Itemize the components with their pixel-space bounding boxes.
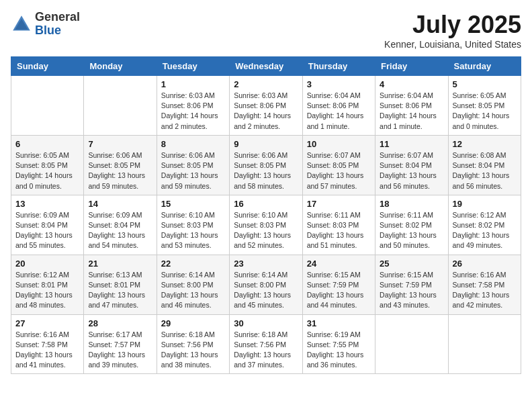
table-row: 24Sunrise: 6:15 AM Sunset: 7:59 PM Dayli… [302, 255, 375, 314]
table-row: 17Sunrise: 6:11 AM Sunset: 8:03 PM Dayli… [302, 195, 375, 255]
day-number: 25 [380, 259, 443, 269]
table-row: 10Sunrise: 6:07 AM Sunset: 8:05 PM Dayli… [302, 135, 375, 195]
logo-icon [11, 13, 32, 35]
table-row: 22Sunrise: 6:14 AM Sunset: 8:00 PM Dayli… [157, 255, 229, 314]
header-wednesday: Wednesday [230, 57, 302, 76]
day-info: Sunrise: 6:07 AM Sunset: 8:04 PM Dayligh… [380, 150, 443, 191]
day-number: 24 [307, 259, 371, 269]
table-row: 1Sunrise: 6:03 AM Sunset: 8:06 PM Daylig… [157, 76, 229, 136]
table-row: 21Sunrise: 6:13 AM Sunset: 8:01 PM Dayli… [84, 255, 157, 314]
day-number: 6 [15, 139, 79, 149]
logo-general: General [35, 10, 80, 24]
table-row: 26Sunrise: 6:16 AM Sunset: 7:58 PM Dayli… [448, 255, 521, 314]
day-info: Sunrise: 6:10 AM Sunset: 8:03 PM Dayligh… [161, 210, 225, 251]
table-row: 30Sunrise: 6:18 AM Sunset: 7:56 PM Dayli… [230, 314, 302, 374]
day-info: Sunrise: 6:05 AM Sunset: 8:05 PM Dayligh… [453, 91, 517, 132]
table-row: 4Sunrise: 6:04 AM Sunset: 8:06 PM Daylig… [375, 76, 448, 136]
day-info: Sunrise: 6:04 AM Sunset: 8:06 PM Dayligh… [380, 91, 443, 132]
table-row [448, 314, 521, 374]
day-info: Sunrise: 6:12 AM Sunset: 8:01 PM Dayligh… [15, 270, 79, 311]
table-row [11, 76, 84, 136]
location: Kenner, Louisiana, United States [384, 39, 521, 50]
day-info: Sunrise: 6:06 AM Sunset: 8:05 PM Dayligh… [88, 150, 152, 191]
day-number: 2 [234, 79, 298, 89]
table-row: 23Sunrise: 6:14 AM Sunset: 8:00 PM Dayli… [230, 255, 302, 314]
day-info: Sunrise: 6:11 AM Sunset: 8:03 PM Dayligh… [307, 210, 371, 251]
table-row: 9Sunrise: 6:06 AM Sunset: 8:05 PM Daylig… [230, 135, 302, 195]
week-row-1: 1Sunrise: 6:03 AM Sunset: 8:06 PM Daylig… [11, 76, 521, 136]
calendar-table: Sunday Monday Tuesday Wednesday Thursday… [11, 56, 521, 374]
day-info: Sunrise: 6:13 AM Sunset: 8:01 PM Dayligh… [88, 270, 152, 311]
header-friday: Friday [375, 57, 448, 76]
day-number: 14 [88, 199, 152, 209]
table-row: 20Sunrise: 6:12 AM Sunset: 8:01 PM Dayli… [11, 255, 84, 314]
table-row: 7Sunrise: 6:06 AM Sunset: 8:05 PM Daylig… [84, 135, 157, 195]
day-info: Sunrise: 6:07 AM Sunset: 8:05 PM Dayligh… [307, 150, 371, 191]
logo-text: General Blue [35, 11, 80, 38]
day-number: 9 [234, 139, 298, 149]
day-info: Sunrise: 6:06 AM Sunset: 8:05 PM Dayligh… [161, 150, 225, 191]
month-title: July 2025 [384, 11, 521, 39]
day-number: 1 [161, 79, 225, 89]
header-saturday: Saturday [448, 57, 521, 76]
day-number: 23 [234, 259, 298, 269]
table-row: 15Sunrise: 6:10 AM Sunset: 8:03 PM Dayli… [157, 195, 229, 255]
day-number: 17 [307, 199, 371, 209]
table-row: 19Sunrise: 6:12 AM Sunset: 8:02 PM Dayli… [448, 195, 521, 255]
day-number: 5 [453, 79, 517, 89]
table-row: 29Sunrise: 6:18 AM Sunset: 7:56 PM Dayli… [157, 314, 229, 374]
day-info: Sunrise: 6:05 AM Sunset: 8:05 PM Dayligh… [15, 150, 79, 191]
day-info: Sunrise: 6:15 AM Sunset: 7:59 PM Dayligh… [307, 270, 371, 311]
day-info: Sunrise: 6:15 AM Sunset: 7:59 PM Dayligh… [380, 270, 443, 311]
day-number: 7 [88, 139, 152, 149]
day-number: 4 [380, 79, 443, 89]
day-info: Sunrise: 6:12 AM Sunset: 8:02 PM Dayligh… [453, 210, 517, 251]
day-number: 11 [380, 139, 443, 149]
day-info: Sunrise: 6:10 AM Sunset: 8:03 PM Dayligh… [234, 210, 298, 251]
table-row: 27Sunrise: 6:16 AM Sunset: 7:58 PM Dayli… [11, 314, 84, 374]
day-number: 13 [15, 199, 79, 209]
day-number: 3 [307, 79, 371, 89]
day-number: 29 [161, 318, 225, 328]
table-row: 31Sunrise: 6:19 AM Sunset: 7:55 PM Dayli… [302, 314, 375, 374]
day-number: 31 [307, 318, 371, 328]
day-info: Sunrise: 6:06 AM Sunset: 8:05 PM Dayligh… [234, 150, 298, 191]
header-tuesday: Tuesday [157, 57, 229, 76]
table-row: 18Sunrise: 6:11 AM Sunset: 8:02 PM Dayli… [375, 195, 448, 255]
day-info: Sunrise: 6:17 AM Sunset: 7:57 PM Dayligh… [88, 330, 152, 371]
day-number: 8 [161, 139, 225, 149]
table-row: 14Sunrise: 6:09 AM Sunset: 8:04 PM Dayli… [84, 195, 157, 255]
table-row: 8Sunrise: 6:06 AM Sunset: 8:05 PM Daylig… [157, 135, 229, 195]
day-number: 20 [15, 259, 79, 269]
day-info: Sunrise: 6:09 AM Sunset: 8:04 PM Dayligh… [15, 210, 79, 251]
day-number: 16 [234, 199, 298, 209]
day-info: Sunrise: 6:16 AM Sunset: 7:58 PM Dayligh… [15, 330, 79, 371]
header-thursday: Thursday [302, 57, 375, 76]
table-row: 6Sunrise: 6:05 AM Sunset: 8:05 PM Daylig… [11, 135, 84, 195]
table-row [84, 76, 157, 136]
day-info: Sunrise: 6:08 AM Sunset: 8:04 PM Dayligh… [453, 150, 517, 191]
weekday-header-row: Sunday Monday Tuesday Wednesday Thursday… [11, 57, 521, 76]
day-info: Sunrise: 6:14 AM Sunset: 8:00 PM Dayligh… [234, 270, 298, 311]
day-info: Sunrise: 6:16 AM Sunset: 7:58 PM Dayligh… [453, 270, 517, 311]
header-sunday: Sunday [11, 57, 84, 76]
table-row [375, 314, 448, 374]
table-row: 25Sunrise: 6:15 AM Sunset: 7:59 PM Dayli… [375, 255, 448, 314]
table-row: 12Sunrise: 6:08 AM Sunset: 8:04 PM Dayli… [448, 135, 521, 195]
day-info: Sunrise: 6:11 AM Sunset: 8:02 PM Dayligh… [380, 210, 443, 251]
day-number: 12 [453, 139, 517, 149]
day-number: 27 [15, 318, 79, 328]
week-row-3: 13Sunrise: 6:09 AM Sunset: 8:04 PM Dayli… [11, 195, 521, 255]
table-row: 5Sunrise: 6:05 AM Sunset: 8:05 PM Daylig… [448, 76, 521, 136]
day-number: 18 [380, 199, 443, 209]
day-number: 28 [88, 318, 152, 328]
table-row: 3Sunrise: 6:04 AM Sunset: 8:06 PM Daylig… [302, 76, 375, 136]
table-row: 13Sunrise: 6:09 AM Sunset: 8:04 PM Dayli… [11, 195, 84, 255]
week-row-5: 27Sunrise: 6:16 AM Sunset: 7:58 PM Dayli… [11, 314, 521, 374]
day-number: 30 [234, 318, 298, 328]
day-number: 21 [88, 259, 152, 269]
day-info: Sunrise: 6:19 AM Sunset: 7:55 PM Dayligh… [307, 330, 371, 371]
day-number: 22 [161, 259, 225, 269]
table-row: 28Sunrise: 6:17 AM Sunset: 7:57 PM Dayli… [84, 314, 157, 374]
day-number: 19 [453, 199, 517, 209]
